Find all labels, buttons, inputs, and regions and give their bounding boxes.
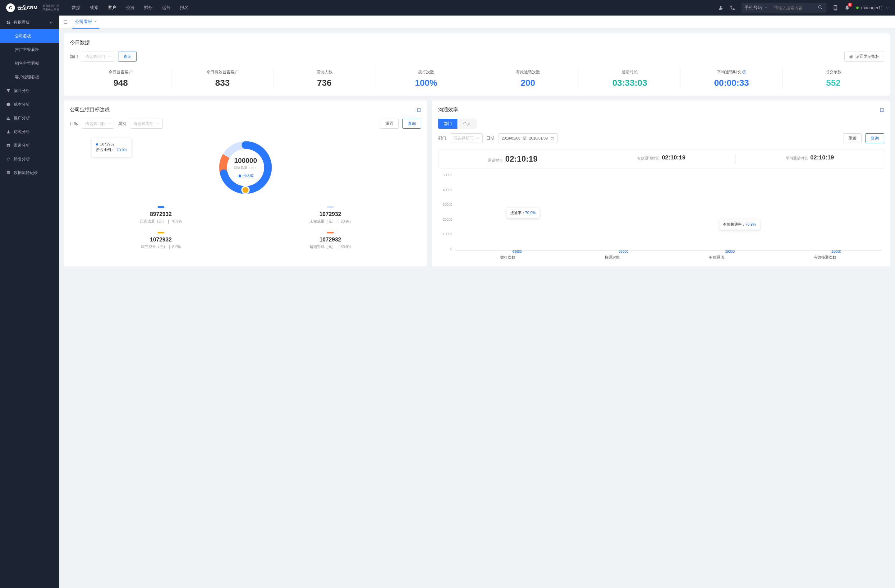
nav-item[interactable]: 财务 (144, 1, 153, 15)
gear-icon (849, 55, 853, 59)
svg-point-4 (242, 186, 249, 194)
metric: 回访人数736 (273, 68, 375, 89)
chart-tooltip-2: 有效接通率：70.9% (719, 220, 760, 230)
metric-value: 552 (783, 78, 884, 88)
sidebar-sub-item[interactable]: 客户经理看板 (0, 70, 59, 84)
metric-label: 今日首咨客户 (70, 69, 171, 75)
target-select[interactable]: 请选择目标 (82, 119, 114, 129)
sidebar-icon (6, 130, 11, 134)
legend-color-icon (158, 206, 164, 208)
user-menu[interactable]: manager11 (856, 5, 889, 10)
tab-collapse-icon[interactable]: ☰ (64, 20, 68, 24)
summary-item: 有效通话时长02:10:19 (587, 154, 736, 164)
legend-item: 1072932应完成量（元） | 8.9% (79, 232, 243, 250)
metric: 通话时长03:33:03 (579, 68, 681, 89)
metric-label: 成交单数 (783, 69, 884, 75)
search-box: 手机号码 (742, 3, 826, 13)
today-title: 今日数据 (70, 39, 884, 46)
x-label: 有效通话 (709, 255, 724, 260)
segment-item[interactable]: 部门 (438, 119, 457, 129)
header-right: 手机号码 manager11 (718, 3, 889, 13)
segment-control: 部门个人 (438, 119, 477, 129)
bar-label: 29000 (725, 250, 735, 253)
metric: 今日有效首咨客户833 (172, 68, 274, 89)
sidebar-item[interactable]: 数据流转记录 (0, 166, 59, 180)
top-nav: 数据线索客户公海财务运营报名 (72, 1, 718, 15)
reset-button[interactable]: 重置 (843, 133, 862, 143)
mobile-icon[interactable] (833, 5, 838, 11)
help-icon[interactable]: ? (742, 70, 746, 74)
nav-item[interactable]: 线索 (90, 1, 99, 15)
sidebar-sub-item[interactable]: 销售主管看板 (0, 56, 59, 70)
query-button[interactable]: 查询 (118, 52, 137, 62)
sidebar-item[interactable]: 访客分析 (0, 125, 59, 139)
bar-label: 43000 (513, 250, 522, 253)
sidebar-item[interactable]: 推广分析 (0, 111, 59, 125)
metric-value: 00:00:33 (681, 78, 783, 88)
nav-item[interactable]: 公海 (126, 1, 135, 15)
sidebar-icon (6, 143, 11, 148)
legend-item: 1072932未完成量（元） | 20.9% (249, 206, 412, 224)
search-type-select[interactable]: 手机号码 (742, 5, 771, 11)
target-card: 公司业绩目标达成 目标 请选择目标 周期 请选择周期 (64, 100, 427, 266)
sidebar-sub-item[interactable]: 公司看板 (0, 29, 59, 43)
expand-icon[interactable] (880, 108, 884, 112)
target-title: 公司业绩目标达成 (70, 107, 110, 113)
bar-chart: 50000400003000020000100000 接通率：70.9% 有效接… (438, 173, 884, 260)
communication-card: 沟通效率 部门个人 部门 请选择部门 日期 2018/01/08 至 (432, 100, 890, 266)
phone-icon[interactable] (730, 5, 735, 11)
legend-color-icon (327, 232, 334, 233)
thumb-up-icon (237, 174, 241, 178)
x-label: 接通次数 (605, 255, 620, 260)
sidebar-item[interactable]: 渠道分析 (0, 139, 59, 152)
dashboard-icon (6, 20, 11, 24)
search-input[interactable] (771, 6, 815, 10)
sidebar-icon (6, 157, 11, 161)
reset-button[interactable]: 重置 (380, 119, 399, 129)
donut-tooltip: 1072932 所占比例：70.9% (92, 138, 132, 157)
settings-metrics-button[interactable]: 设置显示指标 (844, 52, 884, 62)
dept-label: 部门 (70, 54, 78, 59)
search-button[interactable] (815, 5, 826, 11)
bell-icon (844, 5, 850, 10)
sidebar-item[interactable]: 成本分析 (0, 98, 59, 111)
nav-item[interactable]: 运营 (162, 1, 171, 15)
metric: 成交单数552 (783, 68, 884, 89)
add-user-icon[interactable] (718, 5, 724, 11)
tab-close-icon[interactable]: ✕ (94, 20, 97, 24)
notification-bell[interactable] (844, 5, 850, 11)
query-button[interactable]: 查询 (402, 119, 421, 129)
legend-item: 8972932已完成量（元） | 70.9% (79, 206, 243, 224)
dept-select[interactable]: 请选择部门 (82, 52, 114, 62)
nav-item[interactable]: 数据 (72, 1, 80, 15)
sidebar-group-dashboard[interactable]: 数据看板 (0, 15, 59, 29)
sidebar-item[interactable]: 漏斗分析 (0, 84, 59, 98)
metric-value: 03:33:03 (579, 78, 681, 88)
nav-item[interactable]: 报名 (180, 1, 189, 15)
comm-dept-select[interactable]: 请选择部门 (450, 133, 482, 143)
sidebar-sub-item[interactable]: 推广主管看板 (0, 43, 59, 56)
metric-value: 948 (70, 78, 171, 88)
expand-icon[interactable] (417, 108, 421, 112)
period-select[interactable]: 请选择周期 (130, 119, 162, 129)
top-header: C 云朵CRM 教育机构一站 式服务云平台 数据线索客户公海财务运营报名 手机号… (0, 0, 895, 15)
legend-color-icon (327, 206, 334, 208)
metric-value: 100% (375, 78, 477, 88)
summary-item: 平均通话时长02:10:19 (736, 154, 884, 164)
metric-label: 有效通话次数 (477, 69, 579, 75)
status-dot-icon (856, 6, 859, 9)
query-button[interactable]: 查询 (865, 133, 884, 143)
sidebar-item[interactable]: 销售分析 (0, 152, 59, 166)
tab-company-board[interactable]: 公司看板 ✕ (73, 15, 99, 29)
metric: 拨打次数100% (375, 68, 477, 89)
date-range-input[interactable]: 2018/01/08 至 2018/01/08 (498, 133, 557, 143)
search-icon (818, 5, 823, 10)
metric-value: 200 (477, 78, 579, 88)
segment-item[interactable]: 个人 (457, 119, 477, 129)
nav-item[interactable]: 客户 (108, 1, 117, 15)
sidebar-icon (6, 116, 11, 120)
metric-label: 今日有效首咨客户 (172, 69, 273, 75)
x-label: 拨打次数 (500, 255, 515, 260)
donut-status: 已达成 (234, 173, 258, 178)
logo-icon: C (6, 3, 15, 12)
